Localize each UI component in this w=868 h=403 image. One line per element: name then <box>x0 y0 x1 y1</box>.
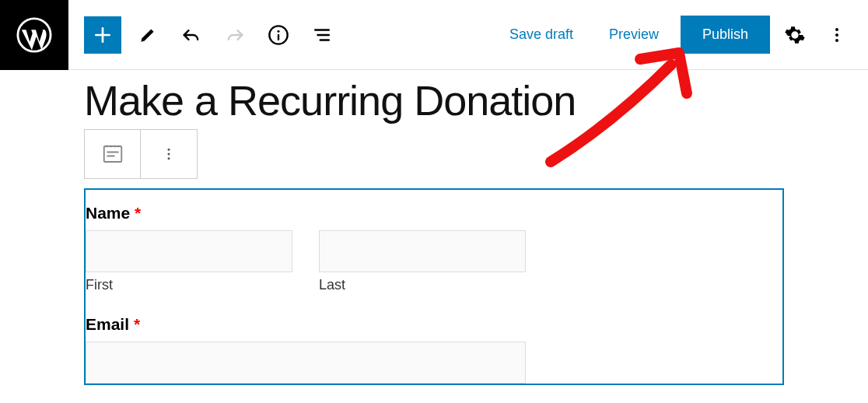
editor-canvas: Make a Recurring Donation Name * Firs <box>0 76 868 385</box>
gear-icon <box>784 24 806 46</box>
last-name-input[interactable] <box>319 230 526 272</box>
svg-point-8 <box>168 153 170 156</box>
vertical-dots-icon <box>161 146 177 162</box>
block-more-button[interactable] <box>141 130 197 178</box>
email-label-text: Email <box>86 315 129 333</box>
edit-tool-button[interactable] <box>131 18 165 52</box>
info-button[interactable] <box>261 18 296 52</box>
email-section: Email * <box>86 315 782 384</box>
vertical-dots-icon <box>828 26 846 44</box>
preview-button[interactable]: Preview <box>595 19 673 51</box>
form-block[interactable]: Name * First Last Email * <box>84 188 784 385</box>
wordpress-icon <box>16 17 52 53</box>
plus-icon <box>93 25 113 45</box>
last-name-column: Last <box>319 230 526 293</box>
more-options-button[interactable] <box>820 18 854 52</box>
name-fields-row: First Last <box>86 230 782 293</box>
publish-button[interactable]: Publish <box>681 16 770 54</box>
pencil-icon <box>138 25 158 45</box>
wordpress-logo[interactable] <box>0 0 68 70</box>
svg-point-7 <box>168 149 170 151</box>
add-block-button[interactable] <box>84 16 121 54</box>
email-label: Email * <box>86 315 782 334</box>
last-name-sublabel: Last <box>319 277 526 293</box>
email-input[interactable] <box>86 342 526 384</box>
block-type-button[interactable] <box>85 130 141 178</box>
block-toolbar <box>84 129 198 179</box>
redo-icon <box>224 24 246 46</box>
required-marker: * <box>134 315 140 333</box>
svg-rect-6 <box>103 146 121 162</box>
first-name-sublabel: First <box>86 277 292 293</box>
right-tools-group: Save draft Preview Publish <box>495 16 854 54</box>
form-block-icon <box>101 142 124 166</box>
settings-button[interactable] <box>778 18 812 52</box>
svg-point-9 <box>168 157 170 159</box>
name-label: Name * <box>86 204 782 223</box>
list-view-icon <box>312 25 332 45</box>
page-title[interactable]: Make a Recurring Donation <box>84 76 784 124</box>
svg-point-4 <box>835 33 838 37</box>
outline-button[interactable] <box>305 18 339 52</box>
required-marker: * <box>135 204 141 222</box>
save-draft-button[interactable]: Save draft <box>495 19 587 51</box>
svg-point-5 <box>835 39 838 42</box>
editor-toolbar: Save draft Preview Publish <box>0 0 868 70</box>
undo-icon <box>180 24 202 46</box>
name-label-text: Name <box>86 204 130 222</box>
first-name-column: First <box>86 230 292 293</box>
undo-button[interactable] <box>174 18 208 52</box>
svg-point-3 <box>835 28 838 31</box>
left-tools-group <box>84 16 339 54</box>
first-name-input[interactable] <box>86 230 292 272</box>
info-icon <box>268 24 289 46</box>
svg-point-2 <box>277 30 279 32</box>
redo-button[interactable] <box>218 18 252 52</box>
